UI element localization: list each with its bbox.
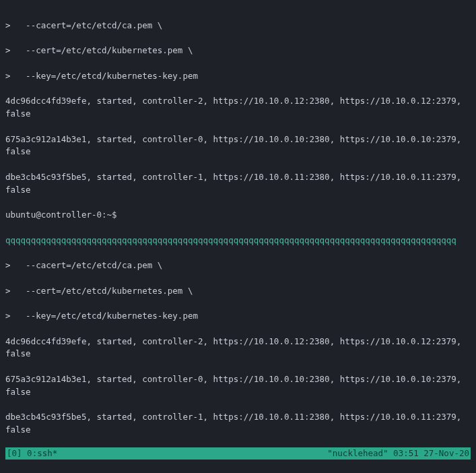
shell-prompt[interactable]: ubuntu@controller-0:~$: [5, 209, 471, 222]
output-line: 4dc96dcc4fd39efe, started, controller-2,…: [5, 95, 471, 121]
cmd-cont-line: > --cert=/etc/etcd/kubernetes.pem \: [5, 285, 471, 298]
cmd-cont-line: > --key=/etc/etcd/kubernetes-key.pem: [5, 70, 471, 83]
tmux-status-bar[interactable]: [0] 0:ssh* "nucklehead" 03:51 27-Nov-20: [5, 447, 471, 460]
tmux-status-right: "nucklehead" 03:51 27-Nov-20: [327, 447, 469, 460]
cmd-cont-line: > --cacert=/etc/etcd/ca.pem \: [5, 20, 471, 32]
output-line: dbe3cb45c93f5be5, started, controller-1,…: [5, 411, 471, 437]
output-line: 675a3c912a14b3e1, started, controller-0,…: [5, 373, 471, 399]
cmd-cont-line: > --key=/etc/etcd/kubernetes-key.pem: [5, 310, 471, 323]
cmd-cont-line: > --cacert=/etc/etcd/ca.pem \: [5, 259, 471, 272]
tmux-status-left[interactable]: [0] 0:ssh*: [7, 447, 57, 460]
tmux-pane-divider: qqqqqqqqqqqqqqqqqqqqqqqqqqqqqqqqqqqqqqqq…: [5, 234, 471, 247]
cmd-cont-line: > --cert=/etc/etcd/kubernetes.pem \: [5, 44, 471, 57]
output-line: 675a3c912a14b3e1, started, controller-0,…: [5, 133, 471, 159]
output-line: dbe3cb45c93f5be5, started, controller-1,…: [5, 171, 471, 197]
terminal-output[interactable]: > --cacert=/etc/etcd/ca.pem \ > --cert=/…: [0, 4, 476, 473]
output-line: 4dc96dcc4fd39efe, started, controller-2,…: [5, 336, 471, 361]
